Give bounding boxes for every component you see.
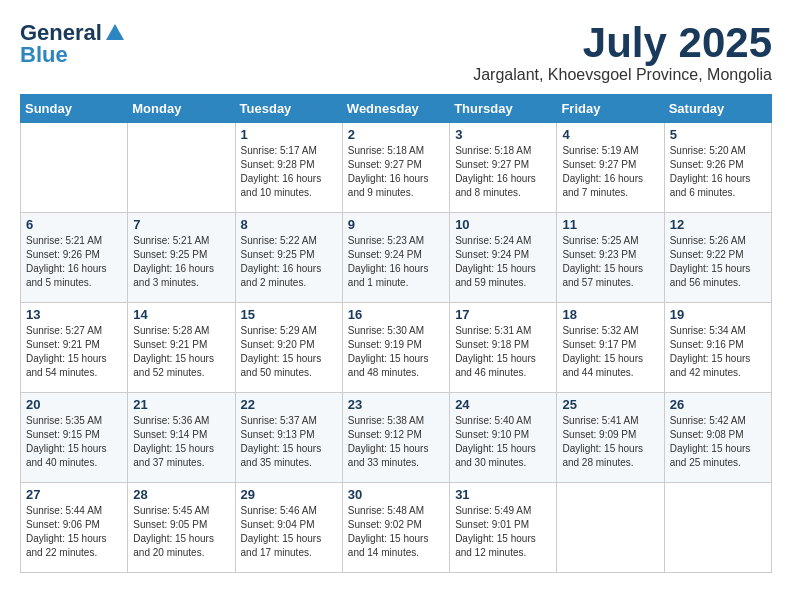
- sunrise-time: Sunrise: 5:26 AM: [670, 234, 766, 248]
- sunrise-time: Sunrise: 5:45 AM: [133, 504, 229, 518]
- sunset-time: Sunset: 9:14 PM: [133, 428, 229, 442]
- daylight-hours: Daylight: 16 hours and 7 minutes.: [562, 172, 658, 200]
- sunset-time: Sunset: 9:28 PM: [241, 158, 337, 172]
- day-info: Sunrise: 5:17 AM Sunset: 9:28 PM Dayligh…: [241, 144, 337, 200]
- daylight-hours: Daylight: 15 hours and 59 minutes.: [455, 262, 551, 290]
- sunrise-time: Sunrise: 5:25 AM: [562, 234, 658, 248]
- day-number: 13: [26, 307, 122, 322]
- week-row-5: 27 Sunrise: 5:44 AM Sunset: 9:06 PM Dayl…: [21, 483, 772, 573]
- calendar-cell: 13 Sunrise: 5:27 AM Sunset: 9:21 PM Dayl…: [21, 303, 128, 393]
- day-number: 29: [241, 487, 337, 502]
- sunrise-time: Sunrise: 5:38 AM: [348, 414, 444, 428]
- sunrise-time: Sunrise: 5:18 AM: [455, 144, 551, 158]
- calendar-cell: 25 Sunrise: 5:41 AM Sunset: 9:09 PM Dayl…: [557, 393, 664, 483]
- sunrise-time: Sunrise: 5:24 AM: [455, 234, 551, 248]
- sunset-time: Sunset: 9:10 PM: [455, 428, 551, 442]
- weekday-header-friday: Friday: [557, 95, 664, 123]
- day-info: Sunrise: 5:31 AM Sunset: 9:18 PM Dayligh…: [455, 324, 551, 380]
- daylight-hours: Daylight: 15 hours and 52 minutes.: [133, 352, 229, 380]
- sunrise-time: Sunrise: 5:46 AM: [241, 504, 337, 518]
- weekday-header-row: SundayMondayTuesdayWednesdayThursdayFrid…: [21, 95, 772, 123]
- day-number: 12: [670, 217, 766, 232]
- day-info: Sunrise: 5:32 AM Sunset: 9:17 PM Dayligh…: [562, 324, 658, 380]
- logo-blue: Blue: [20, 42, 68, 68]
- sunset-time: Sunset: 9:26 PM: [26, 248, 122, 262]
- sunset-time: Sunset: 9:17 PM: [562, 338, 658, 352]
- day-number: 30: [348, 487, 444, 502]
- day-info: Sunrise: 5:25 AM Sunset: 9:23 PM Dayligh…: [562, 234, 658, 290]
- calendar-cell: 16 Sunrise: 5:30 AM Sunset: 9:19 PM Dayl…: [342, 303, 449, 393]
- daylight-hours: Daylight: 15 hours and 14 minutes.: [348, 532, 444, 560]
- sunrise-time: Sunrise: 5:49 AM: [455, 504, 551, 518]
- day-info: Sunrise: 5:23 AM Sunset: 9:24 PM Dayligh…: [348, 234, 444, 290]
- daylight-hours: Daylight: 15 hours and 25 minutes.: [670, 442, 766, 470]
- sunrise-time: Sunrise: 5:23 AM: [348, 234, 444, 248]
- day-number: 24: [455, 397, 551, 412]
- daylight-hours: Daylight: 16 hours and 8 minutes.: [455, 172, 551, 200]
- day-info: Sunrise: 5:48 AM Sunset: 9:02 PM Dayligh…: [348, 504, 444, 560]
- sunrise-time: Sunrise: 5:41 AM: [562, 414, 658, 428]
- day-info: Sunrise: 5:42 AM Sunset: 9:08 PM Dayligh…: [670, 414, 766, 470]
- daylight-hours: Daylight: 16 hours and 6 minutes.: [670, 172, 766, 200]
- sunset-time: Sunset: 9:19 PM: [348, 338, 444, 352]
- calendar-cell: 1 Sunrise: 5:17 AM Sunset: 9:28 PM Dayli…: [235, 123, 342, 213]
- week-row-1: 1 Sunrise: 5:17 AM Sunset: 9:28 PM Dayli…: [21, 123, 772, 213]
- daylight-hours: Daylight: 16 hours and 10 minutes.: [241, 172, 337, 200]
- calendar-cell: 21 Sunrise: 5:36 AM Sunset: 9:14 PM Dayl…: [128, 393, 235, 483]
- day-info: Sunrise: 5:36 AM Sunset: 9:14 PM Dayligh…: [133, 414, 229, 470]
- daylight-hours: Daylight: 15 hours and 22 minutes.: [26, 532, 122, 560]
- weekday-header-monday: Monday: [128, 95, 235, 123]
- calendar-cell: 9 Sunrise: 5:23 AM Sunset: 9:24 PM Dayli…: [342, 213, 449, 303]
- day-number: 27: [26, 487, 122, 502]
- calendar-cell: [21, 123, 128, 213]
- day-number: 23: [348, 397, 444, 412]
- day-number: 28: [133, 487, 229, 502]
- day-number: 17: [455, 307, 551, 322]
- day-number: 2: [348, 127, 444, 142]
- weekday-header-thursday: Thursday: [450, 95, 557, 123]
- calendar-cell: 2 Sunrise: 5:18 AM Sunset: 9:27 PM Dayli…: [342, 123, 449, 213]
- day-info: Sunrise: 5:24 AM Sunset: 9:24 PM Dayligh…: [455, 234, 551, 290]
- day-info: Sunrise: 5:19 AM Sunset: 9:27 PM Dayligh…: [562, 144, 658, 200]
- logo: General Blue: [20, 20, 126, 68]
- day-info: Sunrise: 5:49 AM Sunset: 9:01 PM Dayligh…: [455, 504, 551, 560]
- sunset-time: Sunset: 9:16 PM: [670, 338, 766, 352]
- calendar-cell: 11 Sunrise: 5:25 AM Sunset: 9:23 PM Dayl…: [557, 213, 664, 303]
- daylight-hours: Daylight: 15 hours and 12 minutes.: [455, 532, 551, 560]
- day-number: 15: [241, 307, 337, 322]
- sunrise-time: Sunrise: 5:44 AM: [26, 504, 122, 518]
- daylight-hours: Daylight: 15 hours and 50 minutes.: [241, 352, 337, 380]
- daylight-hours: Daylight: 15 hours and 30 minutes.: [455, 442, 551, 470]
- sunrise-time: Sunrise: 5:21 AM: [26, 234, 122, 248]
- day-info: Sunrise: 5:20 AM Sunset: 9:26 PM Dayligh…: [670, 144, 766, 200]
- calendar-cell: 28 Sunrise: 5:45 AM Sunset: 9:05 PM Dayl…: [128, 483, 235, 573]
- daylight-hours: Daylight: 16 hours and 9 minutes.: [348, 172, 444, 200]
- weekday-header-sunday: Sunday: [21, 95, 128, 123]
- daylight-hours: Daylight: 15 hours and 17 minutes.: [241, 532, 337, 560]
- weekday-header-tuesday: Tuesday: [235, 95, 342, 123]
- weekday-header-wednesday: Wednesday: [342, 95, 449, 123]
- daylight-hours: Daylight: 16 hours and 3 minutes.: [133, 262, 229, 290]
- calendar-table: SundayMondayTuesdayWednesdayThursdayFrid…: [20, 94, 772, 573]
- sunrise-time: Sunrise: 5:30 AM: [348, 324, 444, 338]
- daylight-hours: Daylight: 15 hours and 57 minutes.: [562, 262, 658, 290]
- sunset-time: Sunset: 9:08 PM: [670, 428, 766, 442]
- sunrise-time: Sunrise: 5:31 AM: [455, 324, 551, 338]
- location-title: Jargalant, Khoevsgoel Province, Mongolia: [473, 66, 772, 84]
- sunset-time: Sunset: 9:15 PM: [26, 428, 122, 442]
- sunset-time: Sunset: 9:02 PM: [348, 518, 444, 532]
- sunrise-time: Sunrise: 5:37 AM: [241, 414, 337, 428]
- calendar-cell: 22 Sunrise: 5:37 AM Sunset: 9:13 PM Dayl…: [235, 393, 342, 483]
- daylight-hours: Daylight: 15 hours and 33 minutes.: [348, 442, 444, 470]
- daylight-hours: Daylight: 15 hours and 40 minutes.: [26, 442, 122, 470]
- day-info: Sunrise: 5:45 AM Sunset: 9:05 PM Dayligh…: [133, 504, 229, 560]
- day-info: Sunrise: 5:28 AM Sunset: 9:21 PM Dayligh…: [133, 324, 229, 380]
- day-info: Sunrise: 5:22 AM Sunset: 9:25 PM Dayligh…: [241, 234, 337, 290]
- day-info: Sunrise: 5:30 AM Sunset: 9:19 PM Dayligh…: [348, 324, 444, 380]
- sunset-time: Sunset: 9:25 PM: [133, 248, 229, 262]
- sunset-time: Sunset: 9:13 PM: [241, 428, 337, 442]
- sunset-time: Sunset: 9:25 PM: [241, 248, 337, 262]
- logo-icon: [104, 22, 126, 44]
- calendar-cell: 5 Sunrise: 5:20 AM Sunset: 9:26 PM Dayli…: [664, 123, 771, 213]
- day-number: 8: [241, 217, 337, 232]
